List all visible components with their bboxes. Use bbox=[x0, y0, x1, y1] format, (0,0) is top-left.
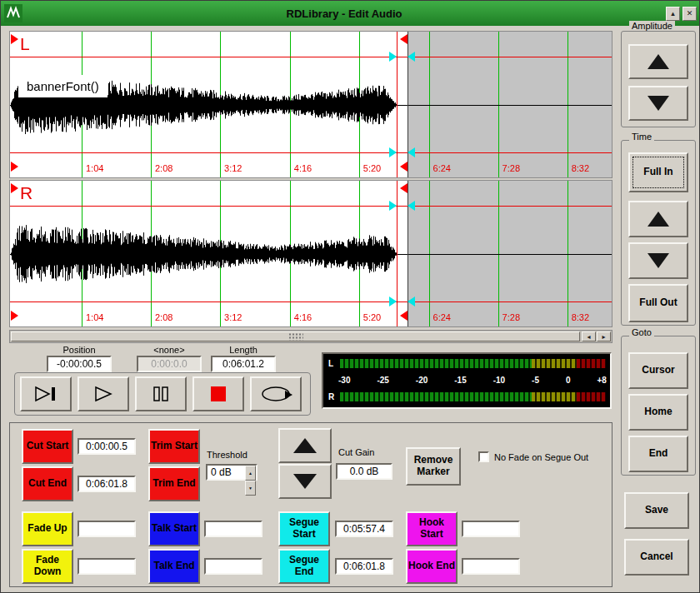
fade-up-field[interactable] bbox=[78, 521, 136, 537]
scroll-right-icon[interactable]: ▸ bbox=[597, 331, 611, 341]
meter-scale-tick: -25 bbox=[377, 376, 388, 385]
segue-start-button[interactable]: Segue Start bbox=[278, 511, 330, 546]
segue-end-field[interactable] bbox=[335, 558, 393, 575]
close-icon[interactable]: ✕ bbox=[682, 7, 697, 21]
trim-start-button[interactable]: Trim Start bbox=[148, 429, 200, 464]
channel-label-right: R bbox=[20, 183, 32, 203]
segue-start-line bbox=[397, 181, 398, 326]
full-in-button[interactable]: Full In bbox=[628, 152, 688, 192]
shade-icon[interactable]: ▴ bbox=[666, 7, 680, 21]
segue-end-marker[interactable] bbox=[408, 52, 415, 62]
marker-readout-label: <none> bbox=[137, 345, 202, 355]
pause-button[interactable] bbox=[135, 376, 187, 411]
cut-start-marker[interactable] bbox=[11, 162, 18, 172]
segue-start-marker[interactable] bbox=[389, 147, 397, 157]
time-zoom-up-button[interactable] bbox=[628, 201, 688, 237]
meter-scale-tick: -10 bbox=[493, 376, 505, 385]
scrollbar-thumb[interactable] bbox=[11, 331, 580, 341]
cut-start-marker[interactable] bbox=[11, 183, 18, 193]
cancel-button[interactable]: Cancel bbox=[624, 539, 689, 576]
remove-marker-button[interactable]: Remove Marker bbox=[406, 447, 461, 486]
play-button[interactable] bbox=[78, 376, 129, 411]
talk-start-field[interactable] bbox=[204, 521, 262, 537]
position-field[interactable] bbox=[47, 356, 112, 372]
amplitude-up-button[interactable] bbox=[628, 44, 688, 79]
play-from-start-button[interactable] bbox=[20, 376, 72, 411]
meter-left-label: L bbox=[328, 359, 333, 368]
no-fade-checkbox[interactable] bbox=[478, 451, 489, 462]
cut-end-field[interactable] bbox=[78, 476, 136, 492]
cut-end-marker[interactable] bbox=[400, 34, 408, 44]
waveform-right[interactable] bbox=[10, 181, 612, 327]
goto-home-button[interactable]: Home bbox=[628, 394, 688, 431]
meter-yellow-segment bbox=[532, 359, 577, 368]
cut-start-field[interactable] bbox=[78, 438, 136, 455]
segue-start-marker[interactable] bbox=[389, 296, 397, 306]
loop-button[interactable] bbox=[250, 376, 302, 411]
no-fade-label: No Fade on Segue Out bbox=[494, 452, 588, 462]
segue-end-button[interactable]: Segue End bbox=[278, 549, 330, 584]
waveform-overlay-text: bannerFont() bbox=[18, 75, 108, 97]
cut-end-marker[interactable] bbox=[400, 162, 408, 172]
meter-scale-tick: 0 bbox=[566, 376, 571, 385]
loop-icon bbox=[258, 385, 293, 403]
spin-up-icon[interactable]: ▲ bbox=[245, 466, 256, 481]
talk-end-button[interactable]: Talk End bbox=[148, 549, 200, 584]
cut-start-marker[interactable] bbox=[11, 311, 18, 321]
hook-end-field[interactable] bbox=[462, 558, 520, 575]
cut-start-button[interactable]: Cut Start bbox=[22, 429, 73, 464]
full-out-button[interactable]: Full Out bbox=[628, 284, 688, 322]
talk-end-field[interactable] bbox=[204, 558, 262, 575]
time-label: 2:08 bbox=[155, 163, 172, 173]
arrow-down-icon bbox=[646, 252, 671, 270]
time-zoom-down-button[interactable] bbox=[628, 242, 688, 279]
gain-up-button[interactable] bbox=[278, 428, 332, 463]
segue-end-marker[interactable] bbox=[408, 201, 415, 211]
time-label: 1:04 bbox=[86, 312, 103, 322]
save-button[interactable]: Save bbox=[624, 492, 689, 529]
cut-start-marker[interactable] bbox=[11, 34, 18, 44]
spin-down-icon[interactable]: ▼ bbox=[245, 481, 256, 496]
segue-start-line bbox=[397, 32, 398, 177]
hook-end-button[interactable]: Hook End bbox=[406, 549, 458, 584]
stop-button[interactable] bbox=[192, 376, 244, 411]
meter-green-segment bbox=[340, 359, 532, 368]
scroll-left-icon[interactable]: ◂ bbox=[582, 331, 596, 341]
meter-red-segment bbox=[577, 392, 606, 401]
time-label: 4:16 bbox=[294, 163, 312, 173]
goto-cursor-button[interactable]: Cursor bbox=[628, 352, 688, 389]
waveform-channel-left[interactable]: L bannerFont() 1:04 2:08 3:12 4:16 5:20 … bbox=[9, 31, 612, 178]
talk-start-button[interactable]: Talk Start bbox=[148, 511, 200, 546]
fade-down-field[interactable] bbox=[78, 558, 136, 575]
goto-end-button[interactable]: End bbox=[628, 436, 688, 472]
trim-end-button[interactable]: Trim End bbox=[148, 466, 200, 501]
segue-end-marker[interactable] bbox=[408, 296, 415, 306]
segue-start-field[interactable] bbox=[335, 521, 393, 537]
waveform-left[interactable] bbox=[10, 32, 612, 178]
cut-end-marker[interactable] bbox=[400, 183, 408, 193]
meter-red-segment bbox=[577, 359, 606, 368]
cut-gain-field[interactable] bbox=[336, 463, 392, 480]
segue-end-marker[interactable] bbox=[408, 147, 415, 157]
horizontal-scrollbar[interactable]: ◂ ▸ bbox=[9, 330, 612, 343]
segue-start-marker[interactable] bbox=[389, 52, 397, 62]
time-label: 1:04 bbox=[86, 163, 103, 173]
titlebar[interactable]: RDLibrary - Edit Audio ▴ ✕ bbox=[1, 1, 699, 26]
cut-gain-label: Cut Gain bbox=[338, 447, 374, 457]
hook-start-button[interactable]: Hook Start bbox=[406, 511, 458, 546]
threshold-spinbox[interactable]: 0 dB ▲ ▼ bbox=[206, 464, 258, 481]
segue-start-marker[interactable] bbox=[389, 201, 397, 211]
hook-start-field[interactable] bbox=[462, 521, 520, 537]
cut-end-marker[interactable] bbox=[400, 311, 408, 321]
fade-up-button[interactable]: Fade Up bbox=[22, 511, 73, 546]
fade-down-button[interactable]: Fade Down bbox=[22, 549, 73, 584]
amplitude-down-button[interactable] bbox=[628, 86, 688, 121]
audio-meter: L -30 -25 -20 -15 -10 -5 0 +8 R bbox=[322, 352, 612, 409]
meter-left-bar bbox=[340, 359, 606, 368]
cut-end-button[interactable]: Cut End bbox=[22, 466, 73, 501]
waveform-channel-right[interactable]: R 1:04 2:08 3:12 4:16 5:20 6:24 7:28 8:3… bbox=[9, 180, 612, 327]
meter-right-bar bbox=[340, 392, 606, 401]
length-field[interactable] bbox=[211, 356, 276, 372]
arrow-down-icon bbox=[292, 471, 318, 491]
gain-down-button[interactable] bbox=[278, 464, 332, 499]
